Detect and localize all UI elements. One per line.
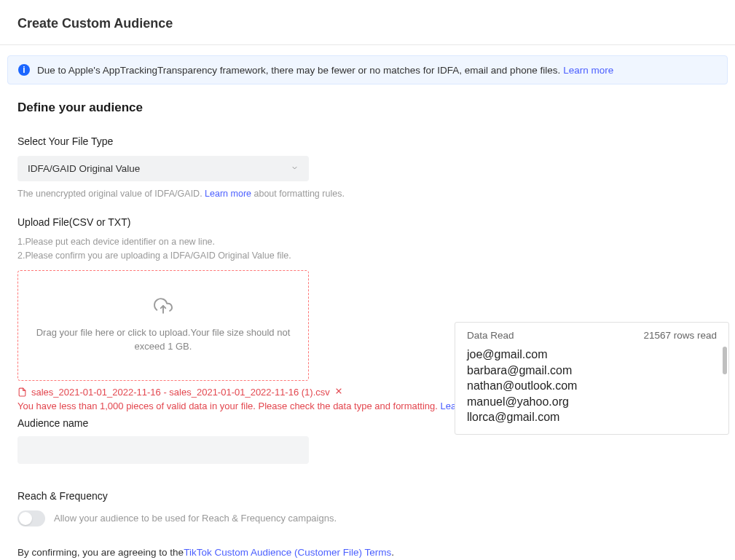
data-read-count: 21567 rows read (643, 330, 717, 341)
confirm-suffix: . (391, 547, 394, 558)
section-title: Define your audience (17, 100, 718, 115)
document-icon (17, 387, 27, 398)
banner-text: Due to Apple's AppTrackingTransparency f… (37, 65, 560, 76)
reach-frequency-toggle-text: Allow your audience to be used for Reach… (54, 513, 337, 524)
file-type-label: Select Your File Type (17, 135, 718, 147)
tracking-transparency-banner: i Due to Apple's AppTrackingTransparency… (7, 55, 728, 84)
upload-hint-line-2: 2.Please confirm you are uploading a IDF… (17, 249, 718, 263)
toggle-knob (19, 512, 32, 525)
data-read-row: llorca@gmail.com (467, 409, 720, 425)
data-read-panel: Data Read 21567 rows read joe@gmail.com … (455, 322, 729, 435)
upload-file-label: Upload File(CSV or TXT) (17, 216, 718, 228)
chevron-down-icon (291, 164, 299, 173)
data-read-row: manuel@yahoo.org (467, 394, 720, 410)
reach-frequency-label: Reach & Frequency (17, 490, 718, 502)
audience-name-input[interactable] (17, 436, 309, 464)
cloud-upload-icon (152, 297, 174, 319)
file-type-select[interactable]: IDFA/GAID Original Value (17, 156, 309, 181)
data-read-row: barbara@gmail.com (467, 363, 720, 379)
confirm-prefix: By confirming, you are agreeing to the (17, 547, 184, 558)
banner-learn-more-link[interactable]: Learn more (563, 65, 613, 76)
data-read-rows: joe@gmail.com barbara@gmail.com nathan@o… (467, 347, 728, 425)
confirm-agreement-text: By confirming, you are agreeing to theTi… (17, 547, 718, 558)
terms-link[interactable]: TikTok Custom Audience (Customer File) T… (184, 547, 391, 558)
main-form: Define your audience Select Your File Ty… (0, 84, 735, 558)
remove-file-button[interactable] (334, 387, 343, 398)
reach-frequency-toggle[interactable] (17, 510, 45, 527)
upload-error-text: You have less than 1,000 pieces of valid… (17, 401, 441, 411)
file-type-hint-learn-more-link[interactable]: Learn more (205, 189, 251, 199)
data-read-row: nathan@outlook.com (467, 378, 720, 394)
upload-dropzone[interactable]: Drag your file here or click to upload.Y… (17, 270, 309, 381)
data-read-row: joe@gmail.com (467, 347, 720, 363)
file-type-hint-suffix: about formatting rules. (251, 189, 345, 199)
content-area: i Due to Apple's AppTrackingTransparency… (0, 55, 735, 558)
file-type-hint-prefix: The unencrypted original value of IDFA/G… (17, 189, 205, 199)
dropzone-text: Drag your file here or click to upload.Y… (32, 326, 294, 354)
info-icon: i (18, 64, 30, 76)
file-type-selected-value: IDFA/GAID Original Value (28, 163, 140, 174)
file-type-hint: The unencrypted original value of IDFA/G… (17, 189, 718, 199)
upload-hint-line-1: 1.Please put each device identifier on a… (17, 235, 718, 249)
scrollbar-thumb[interactable] (723, 347, 727, 374)
page-title: Create Custom Audience (0, 0, 735, 45)
data-read-title: Data Read (467, 330, 514, 341)
uploaded-file-name: sales_2021-01-01_2022-11-16 - sales_2021… (31, 387, 330, 398)
